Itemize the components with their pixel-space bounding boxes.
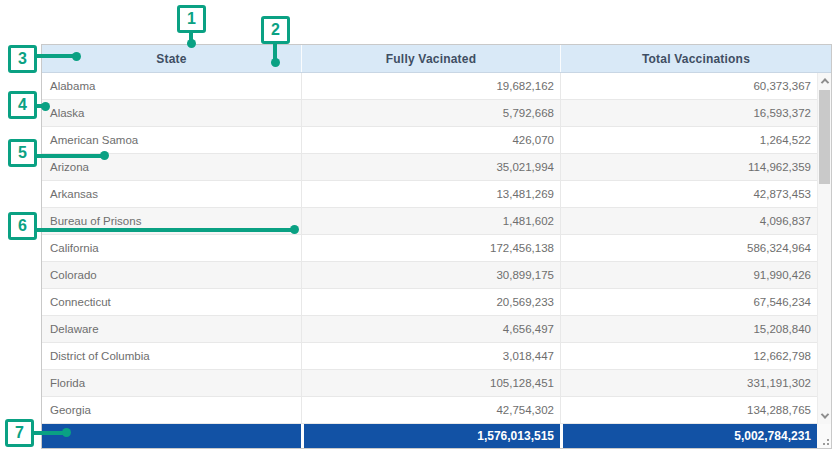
callout-5-stem	[35, 154, 102, 158]
scroll-up-button[interactable]	[818, 73, 831, 89]
chevron-up-icon	[820, 78, 828, 86]
fully-vacinated-cell: 42,754,302	[301, 397, 560, 423]
callout-7-stem	[32, 431, 64, 435]
callout-6-dot	[290, 225, 299, 234]
table-row[interactable]: Connecticut20,569,23367,546,234	[42, 289, 817, 316]
state-cell: Colorado	[42, 262, 301, 288]
total-vaccinations-cell: 60,373,367	[560, 73, 817, 99]
callout-4: 4	[8, 91, 37, 119]
column-header-state[interactable]: State	[42, 45, 301, 72]
table-row[interactable]: Florida105,128,451331,191,302	[42, 370, 817, 397]
table-row[interactable]: Arkansas13,481,26942,873,453	[42, 181, 817, 208]
summary-total-vaccinations-cell: 5,002,784,231	[560, 424, 817, 448]
table-row[interactable]: California172,456,138586,324,964	[42, 235, 817, 262]
callout-2-dot	[271, 58, 280, 67]
callout-6-stem	[35, 228, 292, 232]
table-body: Alabama19,682,16260,373,367Alaska5,792,6…	[42, 73, 817, 424]
fully-vacinated-cell: 13,481,269	[301, 181, 560, 207]
total-vaccinations-cell: 114,962,359	[560, 154, 817, 180]
callout-5: 5	[8, 139, 37, 167]
scroll-down-button[interactable]	[818, 408, 831, 424]
table-row[interactable]: American Samoa426,0701,264,522	[42, 127, 817, 154]
total-vaccinations-cell: 1,264,522	[560, 127, 817, 153]
fully-vacinated-cell: 3,018,447	[301, 343, 560, 369]
fully-vacinated-cell: 20,569,233	[301, 289, 560, 315]
table-row[interactable]: Arizona35,021,994114,962,359	[42, 154, 817, 181]
table-row[interactable]: Delaware4,656,49715,208,840	[42, 316, 817, 343]
state-cell: Connecticut	[42, 289, 301, 315]
state-cell: California	[42, 235, 301, 261]
table-row[interactable]: Colorado30,899,17591,990,426	[42, 262, 817, 289]
callout-6: 6	[8, 212, 37, 240]
callout-1-dot	[187, 39, 196, 48]
total-vaccinations-cell: 331,191,302	[560, 370, 817, 396]
chevron-down-icon	[820, 410, 828, 418]
data-table: State Fully Vacinated Total Vaccinations…	[41, 44, 832, 449]
fully-vacinated-cell: 35,021,994	[301, 154, 560, 180]
callout-3: 3	[8, 45, 37, 73]
fully-vacinated-cell: 4,656,497	[301, 316, 560, 342]
state-cell: Delaware	[42, 316, 301, 342]
state-cell: Alabama	[42, 73, 301, 99]
total-vaccinations-cell: 15,208,840	[560, 316, 817, 342]
state-cell: Florida	[42, 370, 301, 396]
callout-3-dot	[72, 52, 81, 61]
table-row[interactable]: Georgia42,754,302134,288,765	[42, 397, 817, 424]
callout-5-dot	[100, 151, 109, 160]
total-vaccinations-cell: 42,873,453	[560, 181, 817, 207]
vertical-scrollbar[interactable]	[817, 73, 831, 424]
summary-fully-vacinated-cell: 1,576,013,515	[301, 424, 560, 448]
summary-state-cell	[42, 424, 301, 448]
callout-2: 2	[261, 16, 290, 44]
table-row[interactable]: Alabama19,682,16260,373,367	[42, 73, 817, 100]
column-header-total-vaccinations[interactable]: Total Vaccinations	[560, 45, 831, 72]
table-row[interactable]: Alaska5,792,66816,593,372	[42, 100, 817, 127]
column-header-fully-vacinated[interactable]: Fully Vacinated	[301, 45, 560, 72]
state-cell: American Samoa	[42, 127, 301, 153]
state-cell: Georgia	[42, 397, 301, 423]
fully-vacinated-cell: 172,456,138	[301, 235, 560, 261]
state-cell: District of Columbia	[42, 343, 301, 369]
total-vaccinations-cell: 91,990,426	[560, 262, 817, 288]
total-vaccinations-cell: 134,288,765	[560, 397, 817, 423]
fully-vacinated-cell: 5,792,668	[301, 100, 560, 126]
state-cell: Alaska	[42, 100, 301, 126]
table-header-row: State Fully Vacinated Total Vaccinations	[42, 45, 831, 73]
annotated-table-screenshot: State Fully Vacinated Total Vaccinations…	[0, 0, 833, 453]
fully-vacinated-cell: 19,682,162	[301, 73, 560, 99]
callout-7-dot	[62, 428, 71, 437]
table-body-area: Alabama19,682,16260,373,367Alaska5,792,6…	[42, 73, 831, 424]
summary-row: 1,576,013,515 5,002,784,231	[42, 424, 817, 448]
fully-vacinated-cell: 1,481,602	[301, 208, 560, 234]
total-vaccinations-cell: 16,593,372	[560, 100, 817, 126]
total-vaccinations-cell: 4,096,837	[560, 208, 817, 234]
total-vaccinations-cell: 586,324,964	[560, 235, 817, 261]
callout-1: 1	[177, 5, 206, 33]
callout-4-dot	[41, 102, 50, 111]
fully-vacinated-cell: 30,899,175	[301, 262, 560, 288]
total-vaccinations-cell: 67,546,234	[560, 289, 817, 315]
state-cell: Arkansas	[42, 181, 301, 207]
fully-vacinated-cell: 105,128,451	[301, 370, 560, 396]
scrollbar-corner	[817, 424, 831, 448]
table-footer: 1,576,013,515 5,002,784,231	[42, 424, 831, 448]
resize-grip-icon	[821, 437, 829, 445]
scrollbar-thumb[interactable]	[819, 90, 830, 184]
table-row[interactable]: District of Columbia3,018,44712,662,798	[42, 343, 817, 370]
total-vaccinations-cell: 12,662,798	[560, 343, 817, 369]
callout-3-stem	[35, 54, 74, 58]
fully-vacinated-cell: 426,070	[301, 127, 560, 153]
callout-7: 7	[5, 419, 34, 447]
